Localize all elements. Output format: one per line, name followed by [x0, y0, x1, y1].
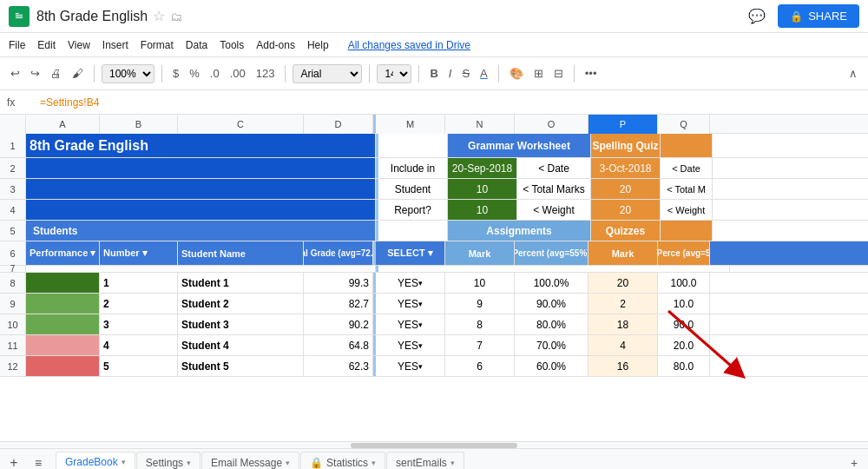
cell-n5[interactable]: Assignments: [448, 221, 591, 241]
menu-data[interactable]: Data: [186, 39, 207, 51]
cell-m9[interactable]: YES ▾: [376, 294, 445, 314]
borders-button[interactable]: ⊞: [530, 64, 547, 83]
cell-a6[interactable]: Performance ▾: [26, 241, 100, 265]
more-button[interactable]: •••: [582, 64, 601, 83]
cell-b10[interactable]: 3: [100, 314, 178, 334]
cell-d6[interactable]: Final Grade (avg=72.8%): [304, 241, 373, 265]
undo-button[interactable]: ↩: [7, 64, 23, 83]
cell-p8[interactable]: 20: [589, 273, 658, 293]
merge-button[interactable]: ⊟: [550, 64, 567, 83]
tab-sentemails[interactable]: sentEmails ▾: [386, 452, 464, 470]
cell-n2[interactable]: 20-Sep-2018: [448, 158, 517, 178]
fill-color-button[interactable]: 🎨: [506, 64, 527, 83]
cell-c10[interactable]: Student 3: [178, 314, 304, 334]
add-sheet-button[interactable]: +: [3, 452, 24, 470]
font-size-select[interactable]: 14: [377, 64, 411, 83]
menu-file[interactable]: File: [9, 39, 25, 51]
collapse-toolbar[interactable]: ∧: [845, 64, 861, 83]
cell-a8[interactable]: [26, 273, 100, 293]
tab-sentemails-dropdown[interactable]: ▾: [450, 459, 455, 467]
redo-button[interactable]: ↪: [27, 64, 43, 83]
share-button[interactable]: 🔒 SHARE: [778, 4, 859, 28]
cell-o8[interactable]: 100.0%: [515, 273, 589, 293]
decimal0-button[interactable]: .0: [207, 64, 223, 83]
cell-m10[interactable]: YES ▾: [376, 314, 445, 334]
cell-p11[interactable]: 4: [589, 335, 658, 355]
cell-q5[interactable]: [661, 221, 713, 241]
cell-n12[interactable]: 6: [445, 356, 515, 376]
col-header-q[interactable]: Q: [658, 115, 710, 134]
cell-o9[interactable]: 90.0%: [515, 294, 589, 314]
cell-d8[interactable]: 99.3: [304, 273, 373, 293]
cell-o12[interactable]: 60.0%: [515, 356, 589, 376]
cell-n10[interactable]: 8: [445, 314, 515, 334]
col-header-d[interactable]: D: [304, 115, 373, 134]
zoom-select[interactable]: 100%: [102, 64, 155, 83]
cell-a7[interactable]: [26, 266, 376, 272]
menu-view[interactable]: View: [68, 39, 90, 51]
tab-email-message[interactable]: Email Message ▾: [201, 452, 299, 470]
cell-p6[interactable]: Mark: [589, 241, 658, 265]
cell-q4[interactable]: < Weight: [661, 200, 713, 220]
cell-m8[interactable]: YES ▾: [376, 273, 445, 293]
cell-q6[interactable]: Perce (avg=5: [658, 241, 710, 265]
percent-button[interactable]: %: [186, 64, 203, 83]
cell-d12[interactable]: 62.3: [304, 356, 373, 376]
cell-o2[interactable]: < Date: [517, 158, 591, 178]
cell-a10[interactable]: [26, 314, 100, 334]
cell-m2[interactable]: Include in: [378, 158, 448, 178]
menu-help[interactable]: Help: [307, 39, 329, 51]
cell-q1[interactable]: [661, 134, 713, 157]
font-color-button[interactable]: A: [477, 64, 491, 83]
cell-c8[interactable]: Student 1: [178, 273, 304, 293]
formula-input[interactable]: [40, 96, 861, 109]
col-header-p[interactable]: P: [589, 115, 658, 134]
menu-tools[interactable]: Tools: [220, 39, 244, 51]
format123-button[interactable]: 123: [253, 64, 279, 83]
scroll-thumb[interactable]: [351, 443, 517, 448]
cell-m12[interactable]: YES ▾: [376, 356, 445, 376]
tab-settings[interactable]: Settings ▾: [136, 452, 201, 470]
paint-format-button[interactable]: 🖌: [69, 64, 87, 83]
cell-a5[interactable]: Students: [26, 221, 376, 241]
cell-a1[interactable]: 8th Grade English: [26, 134, 376, 157]
cell-d10[interactable]: 90.2: [304, 314, 373, 334]
tab-gradebook[interactable]: GradeBook ▾: [56, 452, 135, 470]
strikethrough-button[interactable]: S: [458, 64, 473, 83]
col-header-a[interactable]: A: [26, 115, 100, 134]
cell-o4[interactable]: < Weight: [517, 200, 591, 220]
cell-m7[interactable]: [378, 266, 730, 272]
col-header-n[interactable]: N: [445, 115, 515, 134]
cell-o6[interactable]: Percent (avg=55%): [515, 241, 589, 265]
cell-p3[interactable]: 20: [591, 179, 661, 199]
cell-m3[interactable]: Student: [378, 179, 448, 199]
cell-d11[interactable]: 64.8: [304, 335, 373, 355]
cell-a2[interactable]: [26, 158, 376, 178]
col-header-o[interactable]: O: [515, 115, 589, 134]
comment-icon[interactable]: 💬: [743, 3, 771, 30]
cell-c6[interactable]: Student Name: [178, 241, 304, 265]
decimal2-button[interactable]: .00: [227, 64, 249, 83]
bold-button[interactable]: B: [426, 64, 441, 83]
cell-n1[interactable]: Grammar Worksheet: [448, 134, 591, 157]
tab-gradebook-dropdown[interactable]: ▾: [122, 458, 126, 466]
cell-a11[interactable]: [26, 335, 100, 355]
cell-m6[interactable]: SELECT ▾: [376, 241, 445, 265]
star-icon[interactable]: ☆: [153, 8, 165, 24]
cell-q9[interactable]: 10.0: [658, 294, 710, 314]
cell-c12[interactable]: Student 5: [178, 356, 304, 376]
cell-p9[interactable]: 2: [589, 294, 658, 314]
cell-q8[interactable]: 100.0: [658, 273, 710, 293]
tab-settings-dropdown[interactable]: ▾: [187, 459, 191, 467]
cell-q2[interactable]: < Date: [661, 158, 713, 178]
menu-edit[interactable]: Edit: [37, 39, 56, 51]
cell-o11[interactable]: 70.0%: [515, 335, 589, 355]
cell-q3[interactable]: < Total M: [661, 179, 713, 199]
cell-p10[interactable]: 18: [589, 314, 658, 334]
cell-n4[interactable]: 10: [448, 200, 517, 220]
cell-a4[interactable]: [26, 200, 376, 220]
italic-button[interactable]: I: [445, 64, 456, 83]
cell-p2[interactable]: 3-Oct-2018: [591, 158, 661, 178]
menu-addons[interactable]: Add-ons: [256, 39, 295, 51]
cell-c11[interactable]: Student 4: [178, 335, 304, 355]
